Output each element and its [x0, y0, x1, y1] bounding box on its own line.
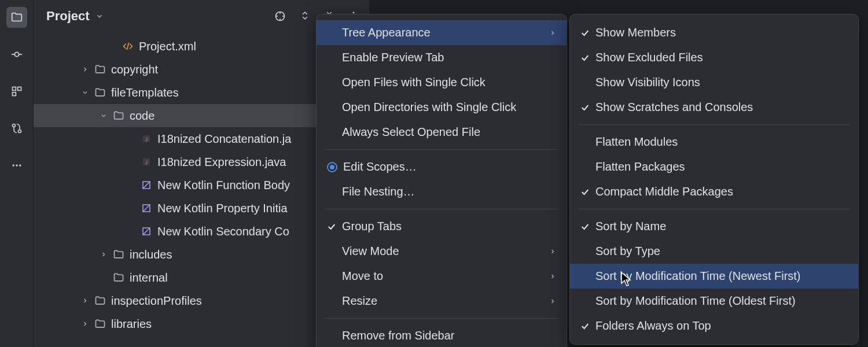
menu-remove-from-sidebar[interactable]: Remove from Sidebar [317, 323, 567, 347]
java-file-icon: J [140, 132, 153, 145]
menu-label: Open Directories with Single Click [342, 101, 556, 114]
vcs-tool-icon[interactable] [6, 118, 27, 139]
menu-sort-by-mod-newest[interactable]: Sort by Modification Time (Newest First) [570, 264, 858, 289]
tree-label: New Kotlin Secondary Co [157, 225, 289, 238]
menu-label: Enable Preview Tab [342, 51, 556, 64]
menu-compact-middle[interactable]: Compact Middle Packages [570, 179, 858, 204]
check-icon [580, 103, 595, 112]
menu-label: Resize [342, 294, 549, 308]
menu-open-files-single-click[interactable]: Open Files with Single Click [317, 70, 567, 95]
menu-enable-preview-tab[interactable]: Enable Preview Tab [317, 45, 567, 70]
chevron-down-icon[interactable] [98, 112, 109, 119]
svg-line-19 [127, 43, 129, 50]
menu-label: Sort by Modification Time (Oldest First) [595, 294, 848, 308]
project-panel-title[interactable]: Project [46, 9, 90, 24]
menu-separator [578, 209, 850, 209]
menu-folders-always-on-top[interactable]: Folders Always on Top [570, 313, 858, 338]
tool-rail [0, 0, 34, 347]
menu-label: Group Tabs [342, 220, 556, 233]
menu-edit-scopes[interactable]: Edit Scopes… [317, 154, 567, 179]
menu-label: Edit Scopes… [343, 160, 556, 174]
tree-label: copyright [111, 63, 158, 76]
tree-label: libraries [111, 318, 152, 331]
tree-label: Project.xml [139, 40, 196, 53]
check-icon [580, 322, 595, 331]
folder-icon [94, 318, 106, 330]
menu-always-select-opened[interactable]: Always Select Opened File [317, 120, 567, 145]
menu-separator [325, 209, 558, 209]
menu-show-members[interactable]: Show Members [570, 20, 858, 45]
structure-tool-icon[interactable] [6, 81, 27, 102]
menu-separator [325, 149, 558, 150]
menu-show-scratches[interactable]: Show Scratches and Consoles [570, 95, 858, 120]
svg-rect-4 [17, 87, 21, 91]
xml-file-icon [122, 40, 134, 53]
more-tool-icon[interactable] [6, 155, 27, 176]
svg-line-27 [143, 205, 150, 212]
menu-label: Show Visibility Icons [595, 76, 848, 89]
menu-label: Flatten Modules [595, 135, 848, 149]
svg-text:J: J [145, 160, 148, 165]
svg-point-16 [353, 12, 355, 13]
menu-label: Open Files with Single Click [342, 76, 556, 89]
chevron-right-icon[interactable] [98, 251, 109, 258]
select-opened-file-icon[interactable] [274, 10, 286, 22]
menu-separator [578, 124, 850, 125]
tree-label: New Kotlin Property Initia [157, 202, 288, 215]
check-icon [327, 222, 342, 231]
svg-line-25 [143, 182, 150, 189]
svg-point-7 [18, 130, 21, 133]
menu-sort-by-type[interactable]: Sort by Type [570, 239, 858, 264]
svg-point-9 [16, 164, 17, 166]
tree-appearance-submenu: Show Members Show Excluded Files Show Vi… [569, 14, 859, 345]
menu-label: Sort by Modification Time (Newest First) [595, 270, 848, 283]
tree-label: New Kotlin Function Body [157, 179, 290, 192]
menu-open-dirs-single-click[interactable]: Open Directories with Single Click [317, 95, 567, 120]
menu-flatten-packages[interactable]: Flatten Packages [570, 154, 858, 179]
menu-label: Flatten Packages [595, 160, 848, 174]
svg-rect-5 [12, 93, 16, 96]
check-icon [580, 187, 595, 197]
java-file-icon: J [140, 156, 153, 168]
menu-label: View Mode [342, 245, 549, 258]
tree-label: code [130, 109, 155, 123]
menu-flatten-modules[interactable]: Flatten Modules [570, 130, 858, 154]
menu-tree-appearance[interactable]: Tree Appearance [317, 20, 567, 45]
folder-icon [112, 248, 125, 261]
chevron-down-icon[interactable] [80, 89, 90, 96]
menu-group-tabs[interactable]: Group Tabs [317, 214, 567, 239]
kotlin-file-icon [140, 202, 153, 215]
menu-resize[interactable]: Resize [317, 289, 567, 313]
chevron-right-icon[interactable] [80, 320, 90, 327]
folder-icon [94, 294, 106, 307]
chevron-right-icon[interactable] [80, 297, 90, 304]
svg-point-0 [14, 52, 19, 56]
menu-sort-by-mod-oldest[interactable]: Sort by Modification Time (Oldest First) [570, 289, 858, 313]
expand-all-icon[interactable] [300, 10, 310, 22]
radio-icon [327, 162, 337, 172]
svg-point-10 [19, 164, 21, 166]
svg-point-6 [12, 124, 15, 127]
kotlin-file-icon [140, 179, 153, 191]
menu-show-visibility[interactable]: Show Visibility Icons [570, 70, 858, 95]
menu-label: Sort by Name [595, 220, 848, 233]
menu-view-mode[interactable]: View Mode [317, 239, 567, 264]
chevron-right-icon[interactable] [80, 66, 90, 73]
tree-label: inspectionProfiles [111, 294, 202, 308]
commit-tool-icon[interactable] [6, 44, 27, 65]
chevron-down-icon[interactable] [95, 12, 104, 20]
menu-sort-by-name[interactable]: Sort by Name [570, 214, 858, 239]
menu-label: Remove from Sidebar [342, 329, 556, 342]
menu-move-to[interactable]: Move to [317, 264, 567, 289]
project-options-menu: Tree Appearance Enable Preview Tab Open … [316, 14, 567, 347]
menu-file-nesting[interactable]: File Nesting… [317, 179, 567, 204]
menu-label: Tree Appearance [342, 26, 549, 39]
menu-show-excluded[interactable]: Show Excluded Files [570, 45, 858, 70]
menu-label: Compact Middle Packages [595, 185, 848, 198]
menu-label: Move to [342, 270, 549, 283]
project-tool-icon[interactable] [6, 7, 27, 28]
svg-point-8 [12, 164, 14, 166]
menu-label: File Nesting… [342, 185, 556, 198]
tree-label: I18nized Concatenation.ja [157, 132, 291, 146]
menu-label: Folders Always on Top [595, 319, 848, 333]
